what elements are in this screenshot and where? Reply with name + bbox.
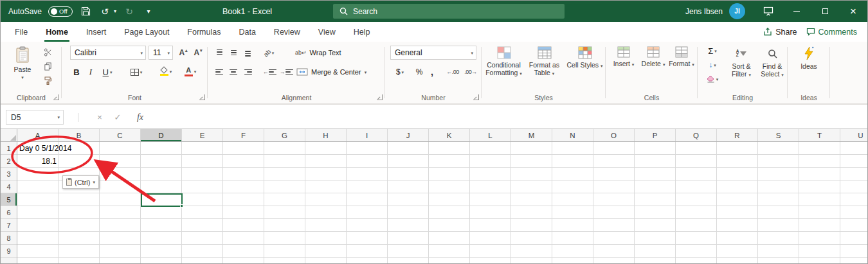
formula-input[interactable] xyxy=(160,110,863,125)
column-header-i[interactable]: I xyxy=(347,129,388,141)
clear-button[interactable]: ▾ xyxy=(701,73,723,85)
redo-button[interactable]: ↻ xyxy=(123,4,136,19)
autosum-button[interactable]: Σ ▾ xyxy=(701,44,723,57)
row-header-8[interactable]: 8 xyxy=(1,232,17,245)
fill-handle[interactable] xyxy=(180,204,183,207)
tab-formulas[interactable]: Formulas xyxy=(178,22,230,42)
column-header-p[interactable]: P xyxy=(635,129,676,141)
column-header-e[interactable]: E xyxy=(182,129,223,141)
tab-home[interactable]: Home xyxy=(37,22,77,42)
cell-a2-value[interactable]: 18.1 xyxy=(17,155,57,168)
cut-button[interactable] xyxy=(41,46,55,58)
font-size-select[interactable]: 11 ▾ xyxy=(149,46,173,60)
bold-button[interactable]: B xyxy=(71,65,82,79)
increase-decimal-button[interactable]: ←.00 xyxy=(444,65,461,79)
decrease-decimal-button[interactable]: .00→ xyxy=(462,65,479,79)
align-left-button[interactable] xyxy=(213,65,226,79)
clipboard-dialog-launcher[interactable] xyxy=(53,94,59,100)
maximize-button[interactable] xyxy=(811,1,839,22)
alignment-dialog-launcher[interactable] xyxy=(377,94,383,100)
wrap-text-button[interactable]: ab↵ Wrap Text xyxy=(295,46,352,60)
customize-quick-access-button[interactable]: ▾ xyxy=(142,4,155,19)
close-button[interactable]: × xyxy=(839,1,867,22)
row-header-3[interactable]: 3 xyxy=(1,168,17,180)
number-format-select[interactable]: General ▾ xyxy=(390,46,476,60)
undo-dropdown-icon[interactable]: ▾ xyxy=(114,8,116,14)
autosave-toggle[interactable]: Off xyxy=(48,6,73,17)
cell-styles-button[interactable]: Cell Styles ▾ xyxy=(565,43,604,69)
sort-filter-button[interactable]: AZ Sort & Filter ▾ xyxy=(726,43,757,78)
copy-button[interactable] xyxy=(41,60,55,73)
column-header-d[interactable]: D xyxy=(141,129,182,141)
insert-function-button[interactable]: fx xyxy=(132,110,148,125)
row-header-2[interactable]: 2 xyxy=(1,155,17,168)
tab-file[interactable]: File xyxy=(6,22,37,42)
conditional-formatting-button[interactable]: Conditional Formatting ▾ xyxy=(484,43,523,76)
comma-style-button[interactable]: , xyxy=(428,65,437,79)
name-box[interactable]: D5 ▾ xyxy=(6,110,64,125)
tab-view[interactable]: View xyxy=(309,22,345,42)
font-name-select[interactable]: Calibri ▾ xyxy=(70,46,146,60)
comments-button[interactable]: Comments xyxy=(806,28,857,37)
align-right-button[interactable] xyxy=(241,65,254,79)
column-header-r[interactable]: R xyxy=(717,129,758,141)
share-button[interactable]: Share xyxy=(763,28,797,37)
accounting-format-button[interactable]: $ ▾ xyxy=(392,65,408,79)
search-input[interactable]: Search xyxy=(333,4,565,19)
row-header-6[interactable]: 6 xyxy=(1,206,17,219)
format-painter-button[interactable] xyxy=(41,74,55,87)
column-header-b[interactable]: B xyxy=(59,129,100,141)
column-header-u[interactable]: U xyxy=(840,129,867,141)
column-header-k[interactable]: K xyxy=(429,129,470,141)
column-header-m[interactable]: M xyxy=(511,129,552,141)
column-header-n[interactable]: N xyxy=(552,129,593,141)
undo-button[interactable]: ↺ xyxy=(98,4,111,19)
row-header-7[interactable]: 7 xyxy=(1,219,17,232)
column-header-g[interactable]: G xyxy=(264,129,305,141)
column-header-s[interactable]: S xyxy=(758,129,799,141)
italic-button[interactable]: I xyxy=(85,65,96,79)
orientation-button[interactable]: ab ▾ xyxy=(260,46,277,60)
sheet-cells-area[interactable]: Day 0 5/1/2014 18.1 (Ctrl) ▾ xyxy=(17,142,867,263)
select-all-corner[interactable] xyxy=(1,129,17,142)
cancel-entry-button[interactable]: × xyxy=(92,110,107,125)
row-header-9[interactable]: 9 xyxy=(1,245,17,258)
find-select-button[interactable]: Find & Select ▾ xyxy=(758,43,786,78)
column-header-l[interactable]: L xyxy=(470,129,511,141)
tab-insert[interactable]: Insert xyxy=(77,22,115,42)
insert-cells-button[interactable]: Insert ▾ xyxy=(610,43,638,67)
save-button[interactable] xyxy=(79,4,92,19)
tab-review[interactable]: Review xyxy=(265,22,309,42)
minimize-button[interactable] xyxy=(782,1,811,22)
format-cells-button[interactable]: Format ▾ xyxy=(667,43,696,67)
confirm-entry-button[interactable]: ✓ xyxy=(110,110,125,125)
decrease-font-size-button[interactable]: A▾ xyxy=(191,46,205,60)
number-dialog-launcher[interactable] xyxy=(473,94,479,100)
row-header-1[interactable]: 1 xyxy=(1,142,17,155)
selected-cell[interactable] xyxy=(141,193,183,207)
decrease-indent-button[interactable]: ← xyxy=(262,65,276,79)
font-dialog-launcher[interactable] xyxy=(199,94,205,100)
avatar[interactable]: JI xyxy=(729,3,745,19)
column-header-j[interactable]: J xyxy=(388,129,429,141)
align-middle-button[interactable] xyxy=(227,46,240,60)
row-header-5[interactable]: 5 xyxy=(1,193,17,206)
fill-button[interactable]: ↓ ▾ xyxy=(701,58,723,71)
underline-button[interactable]: U ▾ xyxy=(99,65,116,79)
delete-cells-button[interactable]: Delete ▾ xyxy=(639,43,667,67)
increase-font-size-button[interactable]: A▴ xyxy=(176,46,190,60)
ribbon-display-options-button[interactable] xyxy=(754,1,782,22)
column-header-c[interactable]: C xyxy=(100,129,141,141)
percent-style-button[interactable]: % xyxy=(413,65,425,79)
merge-center-button[interactable]: Merge & Center ▾ xyxy=(296,65,381,79)
user-name[interactable]: Jens Ibsen xyxy=(685,7,723,16)
align-top-button[interactable] xyxy=(213,46,226,60)
format-as-table-button[interactable]: Format as Table ▾ xyxy=(525,43,564,76)
column-header-h[interactable]: H xyxy=(305,129,347,141)
fill-color-button[interactable]: ▾ xyxy=(157,63,175,80)
align-bottom-button[interactable] xyxy=(241,46,254,60)
borders-button[interactable]: ▾ xyxy=(127,65,145,79)
column-header-t[interactable]: T xyxy=(799,129,840,141)
tab-help[interactable]: Help xyxy=(345,22,379,42)
column-header-f[interactable]: F xyxy=(223,129,264,141)
